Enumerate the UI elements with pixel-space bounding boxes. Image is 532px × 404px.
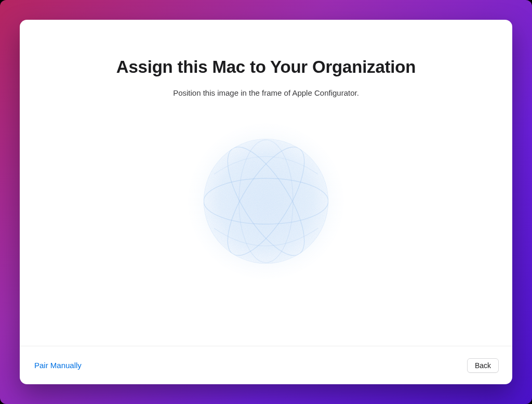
pair-manually-button[interactable]: Pair Manually: [33, 359, 83, 372]
pairing-orb-graphic: [183, 118, 349, 284]
orb-icon: [183, 118, 349, 284]
setup-assistant-window: Assign this Mac to Your Organization Pos…: [20, 20, 512, 384]
back-button[interactable]: Back: [467, 358, 499, 373]
main-content: Assign this Mac to Your Organization Pos…: [20, 20, 512, 346]
desktop-background: Assign this Mac to Your Organization Pos…: [0, 0, 532, 404]
page-subtitle: Position this image in the frame of Appl…: [173, 88, 359, 97]
page-title: Assign this Mac to Your Organization: [116, 57, 416, 77]
footer-bar: Pair Manually Back: [20, 346, 512, 384]
